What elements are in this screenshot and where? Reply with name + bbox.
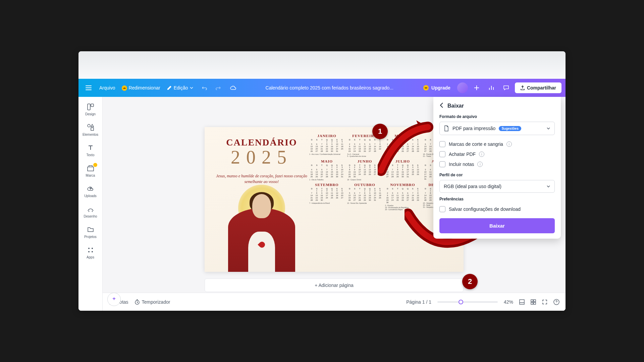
text-icon [87, 144, 95, 152]
annotation-number-2: 2 [462, 274, 478, 289]
option-label: Achatar PDF [449, 152, 476, 157]
calendar-quote: Jesus, manso e humilde de coração, fazei… [215, 173, 309, 185]
info-icon[interactable]: i [477, 162, 483, 167]
zoom-slider[interactable] [437, 301, 498, 303]
top-toolbar: Arquivo Redimensionar Edição Calendário … [78, 79, 566, 97]
design-canvas[interactable]: CALENDÁRIO 2025 Jesus, manso e humilde d… [205, 127, 464, 272]
download-panel: Baixar Formato de arquivo PDF para impre… [433, 97, 561, 239]
bottom-toolbar: Notas Temporizador Página 1 / 1 42% [103, 293, 566, 311]
svg-rect-1 [91, 104, 94, 107]
svg-point-4 [88, 248, 90, 249]
timer-icon [135, 299, 140, 305]
sidebar-label: Elementos [83, 133, 98, 136]
svg-rect-11 [534, 300, 536, 302]
checkbox[interactable] [439, 206, 445, 212]
svg-point-2 [88, 124, 90, 127]
color-profile-label: Perfil de cor [439, 173, 555, 177]
svg-point-6 [88, 251, 90, 252]
cloud-sync-icon[interactable] [227, 82, 239, 94]
pencil-icon [167, 85, 172, 90]
share-button[interactable]: Compartilhar [515, 82, 561, 93]
annotation-number-1: 1 [372, 124, 388, 139]
add-page-button[interactable]: + Adicionar página [205, 279, 464, 292]
sidebar-label: Projetos [84, 235, 97, 239]
sidebar-label: Marca [86, 174, 95, 177]
premium-badge-icon [93, 163, 97, 167]
document-title[interactable]: Calendário completo 2025 com feriados br… [266, 85, 393, 90]
chevron-down-icon [546, 185, 550, 188]
svg-point-7 [92, 251, 93, 252]
svg-rect-13 [534, 302, 536, 304]
chevron-down-icon [546, 127, 550, 130]
upgrade-label: Upgrade [431, 85, 450, 90]
save-preferences-option[interactable]: Salvar configurações de download [439, 204, 555, 214]
apps-icon [87, 246, 95, 254]
sidebar-item-uploads[interactable]: Uploads [80, 181, 101, 201]
checkbox[interactable] [439, 151, 445, 157]
app-window: Arquivo Redimensionar Edição Calendário … [78, 51, 566, 311]
projects-icon [87, 226, 95, 234]
crop-marks-option[interactable]: Marcas de corte e sangriai [439, 139, 555, 149]
calendar-year: 2025 [215, 146, 309, 168]
page-indicator: Página 1 / 1 [406, 299, 431, 305]
file-format-select[interactable]: PDF para impressão Sugestões [439, 122, 555, 135]
view-grid-button[interactable] [519, 299, 525, 305]
info-icon[interactable]: i [506, 141, 512, 147]
sidebar-label: Desenho [84, 215, 97, 218]
svg-rect-3 [91, 128, 94, 130]
flatten-pdf-option[interactable]: Achatar PDFi [439, 149, 555, 159]
file-menu[interactable]: Arquivo [97, 85, 117, 90]
timer-label: Temporizador [142, 299, 170, 305]
svg-rect-0 [88, 104, 90, 110]
sidebar-label: Uploads [84, 194, 97, 198]
sidebar-item-design[interactable]: Design [80, 100, 101, 119]
svg-point-5 [92, 248, 93, 249]
view-thumbnails-button[interactable] [531, 299, 536, 305]
undo-button[interactable] [198, 82, 210, 94]
user-avatar[interactable] [457, 82, 468, 93]
share-label: Compartilhar [527, 85, 556, 90]
info-icon[interactable]: i [479, 152, 484, 157]
browser-chrome-placeholder [78, 51, 566, 79]
back-button[interactable] [439, 102, 443, 110]
redo-button[interactable] [213, 82, 225, 94]
color-value: RGB (ideal para uso digital) [444, 184, 501, 189]
edit-menu[interactable]: Edição [165, 85, 196, 90]
fullscreen-button[interactable] [542, 299, 547, 305]
help-button[interactable] [553, 299, 559, 305]
hamburger-menu-icon[interactable] [83, 82, 95, 94]
download-button[interactable]: Baixar [439, 218, 555, 233]
crown-icon [423, 85, 429, 90]
left-sidebar: Design Elementos Texto Marca Uploads Des… [78, 97, 103, 311]
magic-assistant-button[interactable] [107, 293, 121, 306]
sidebar-item-projects[interactable]: Projetos [80, 222, 101, 242]
upgrade-button[interactable]: Upgrade [419, 83, 454, 93]
calendar-title-block: CALENDÁRIO 2025 Jesus, manso e humilde d… [215, 137, 309, 185]
checkbox[interactable] [439, 141, 445, 147]
sidebar-item-brand[interactable]: Marca [80, 161, 101, 181]
sidebar-item-text[interactable]: Texto [80, 140, 101, 160]
crown-icon [122, 85, 127, 91]
checkbox[interactable] [439, 161, 445, 167]
timer-button[interactable]: Temporizador [135, 299, 170, 305]
resize-menu[interactable]: Redimensionar [120, 85, 162, 91]
sidebar-item-apps[interactable]: Apps [80, 243, 101, 262]
draw-icon [87, 205, 95, 213]
document-icon [444, 125, 449, 131]
include-notes-option[interactable]: Incluir notasi [439, 159, 555, 169]
jesus-illustration [228, 185, 295, 272]
sidebar-label: Texto [87, 153, 95, 157]
uploads-icon [87, 185, 95, 193]
sidebar-item-elements[interactable]: Elementos [80, 120, 101, 140]
slider-thumb[interactable] [459, 300, 463, 304]
sidebar-label: Apps [87, 255, 94, 259]
svg-rect-12 [531, 302, 533, 304]
sidebar-item-draw[interactable]: Desenho [80, 202, 101, 222]
svg-rect-9 [520, 300, 524, 304]
svg-rect-10 [531, 300, 533, 302]
add-button[interactable] [471, 82, 483, 94]
zoom-level[interactable]: 42% [504, 299, 513, 305]
color-profile-select[interactable]: RGB (ideal para uso digital) [439, 180, 555, 193]
analytics-icon[interactable] [485, 82, 497, 94]
comment-icon[interactable] [500, 82, 512, 94]
